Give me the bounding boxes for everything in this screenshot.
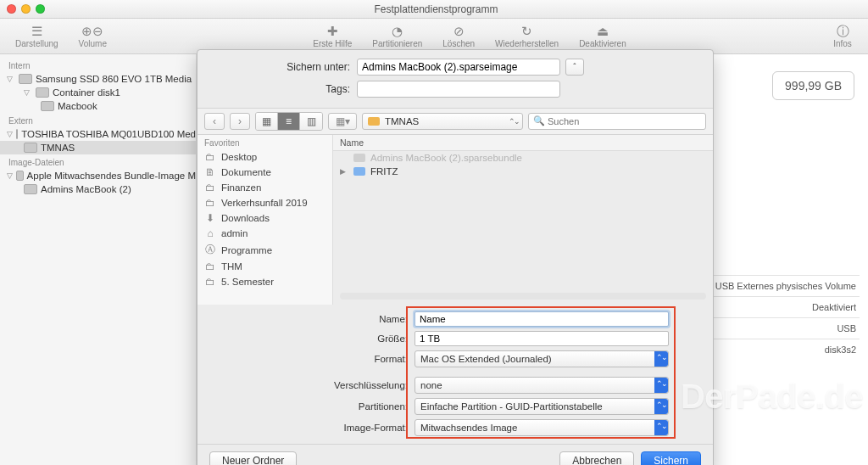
disclosure-icon[interactable]: ▽ xyxy=(7,171,13,180)
view-switcher: ▦ ≡ ▥ xyxy=(255,112,323,131)
dialog-footer: Neuer Ordner Abbrechen Sichern xyxy=(198,444,713,465)
disclosure-icon[interactable]: ▶ xyxy=(340,167,348,176)
imageformat-select[interactable]: Mitwachsendes Image xyxy=(415,419,669,436)
zoom-icon[interactable] xyxy=(36,4,45,14)
sidebar-item-toshiba[interactable]: ▽TOSHIBA TOSHIBA MQ01UBD100 Med xyxy=(0,127,196,141)
disk-icon xyxy=(24,143,37,153)
encryption-select[interactable]: none xyxy=(415,377,669,394)
erase-icon: ⊘ xyxy=(448,24,469,39)
apps-icon: Ⓐ xyxy=(204,243,216,257)
fav-thm[interactable]: 🗀THM xyxy=(198,259,332,274)
expand-button[interactable]: ˆ xyxy=(565,59,584,76)
toolbar-info[interactable]: ⓘInfos xyxy=(826,22,860,50)
encryption-label: Verschlüsselung: xyxy=(211,380,415,390)
name-label: Name: xyxy=(211,314,415,324)
capacity-badge: 999,99 GB xyxy=(772,71,854,100)
file-row-fritz[interactable]: ▶FRITZ xyxy=(333,165,713,178)
tags-label: Tags: xyxy=(211,83,357,95)
titlebar: Festplattendienstprogramm xyxy=(0,0,868,19)
fav-finanzen[interactable]: 🗀Finanzen xyxy=(198,180,332,195)
image-options-form: Name: Größe: Format:Mac OS Extended (Jou… xyxy=(198,305,713,444)
minimize-icon[interactable] xyxy=(21,4,31,14)
fav-documents[interactable]: 🗎Dokumente xyxy=(198,165,332,180)
window-title: Festplattendienstprogramm xyxy=(45,3,827,15)
disk-icon xyxy=(24,184,37,194)
disk-icon xyxy=(16,129,18,139)
close-icon[interactable] xyxy=(7,4,16,14)
sidebar-item-tmnas[interactable]: TMNAS xyxy=(0,141,196,154)
fav-admin[interactable]: ⌂admin xyxy=(198,226,332,241)
file-row-sparsebundle: Admins MacBook (2).sparsebundle xyxy=(333,151,713,165)
toolbar-partition[interactable]: ◔Partitionieren xyxy=(365,22,429,50)
folder-icon: 🗀 xyxy=(204,276,216,288)
sidebar-item-container[interactable]: ▽Container disk1 xyxy=(0,86,196,99)
name-input[interactable] xyxy=(415,311,669,327)
fav-verkehrsunfall[interactable]: 🗀Verkerhsunfall 2019 xyxy=(198,195,332,210)
volume-icon: ⊕⊖ xyxy=(82,24,103,39)
group-button[interactable]: ▦▾ xyxy=(328,113,357,130)
toolbar-volume[interactable]: ⊕⊖Volume xyxy=(72,22,114,50)
window-controls xyxy=(7,4,45,14)
fav-downloads[interactable]: ⬇Downloads xyxy=(198,210,332,226)
sidebar-item-samsung[interactable]: ▽Samsung SSD 860 EVO 1TB Media xyxy=(0,72,196,86)
browser-toolbar: ‹ › ▦ ≡ ▥ ▦▾ TMNAS xyxy=(198,108,713,135)
save-as-input[interactable] xyxy=(357,59,560,76)
disclosure-icon[interactable]: ▽ xyxy=(24,88,32,97)
icon-view[interactable]: ▦ xyxy=(256,113,278,130)
toolbar-erase[interactable]: ⊘Löschen xyxy=(436,22,481,50)
location-popup[interactable]: TMNAS xyxy=(362,113,523,130)
folder-icon xyxy=(353,167,365,176)
sidebar-header-intern: Intern xyxy=(0,58,196,72)
favorites-sidebar: Favoriten 🗀Desktop 🗎Dokumente 🗀Finanzen … xyxy=(198,135,333,305)
download-icon: ⬇ xyxy=(204,212,216,224)
toolbar-deactivate[interactable]: ⏏Deaktivieren xyxy=(572,22,633,50)
new-folder-button[interactable]: Neuer Ordner xyxy=(209,451,297,465)
home-icon: ⌂ xyxy=(204,227,216,239)
search-field xyxy=(528,113,706,130)
imageformat-label: Image-Format: xyxy=(211,423,415,433)
folder-icon: 🗀 xyxy=(204,197,216,209)
fav-5semester[interactable]: 🗀5. Semester xyxy=(198,274,332,289)
size-input[interactable] xyxy=(415,331,669,346)
info-status: Deaktiviert xyxy=(698,296,860,317)
file-list: Name Admins MacBook (2).sparsebundle ▶FR… xyxy=(333,135,713,305)
search-input[interactable] xyxy=(528,113,706,130)
disk-icon xyxy=(36,87,49,98)
forward-button[interactable]: › xyxy=(230,113,250,130)
back-button[interactable]: ‹ xyxy=(204,113,225,130)
sidebar-item-admins-macbook[interactable]: Admins MacBook (2) xyxy=(0,182,196,196)
info-device: disk3s2 xyxy=(698,339,860,360)
toolbar-firstaid[interactable]: ✚Erste Hilfe xyxy=(306,22,359,50)
disk-icon xyxy=(19,74,32,84)
toolbar-darstellung[interactable]: ☰Darstellung xyxy=(8,22,65,50)
firstaid-icon: ✚ xyxy=(322,24,342,39)
partitions-select[interactable]: Einfache Partition - GUID-Partitionstabe… xyxy=(415,398,669,415)
fav-desktop[interactable]: 🗀Desktop xyxy=(198,149,332,165)
eject-icon: ⏏ xyxy=(593,24,613,39)
column-view[interactable]: ▥ xyxy=(300,113,322,130)
folder-icon: 🗎 xyxy=(204,166,216,178)
list-view[interactable]: ≡ xyxy=(278,113,300,130)
partitions-label: Partitionen: xyxy=(211,401,415,412)
bundle-icon xyxy=(353,154,365,162)
folder-icon: 🗀 xyxy=(204,182,216,193)
cancel-button[interactable]: Abbrechen xyxy=(559,451,634,465)
folder-icon: 🗀 xyxy=(204,261,216,272)
disk-icon xyxy=(41,101,54,111)
size-label: Größe: xyxy=(211,333,415,344)
column-name[interactable]: Name xyxy=(333,135,713,151)
sidebar-item-apple-image[interactable]: ▽Apple Mitwachsendes Bundle-Image M xyxy=(0,169,196,182)
folder-icon: 🗀 xyxy=(204,151,216,163)
sidebar-item-macbook[interactable]: Macbook xyxy=(0,99,196,113)
toolbar-restore[interactable]: ↻Wiederherstellen xyxy=(488,22,565,50)
disclosure-icon[interactable]: ▽ xyxy=(7,130,13,138)
fav-programme[interactable]: ⒶProgramme xyxy=(198,241,332,259)
save-button[interactable]: Sichern xyxy=(641,451,701,465)
device-sidebar: Intern ▽Samsung SSD 860 EVO 1TB Media ▽C… xyxy=(0,54,197,465)
disclosure-icon[interactable]: ▽ xyxy=(7,75,15,83)
scrollbar[interactable] xyxy=(340,293,706,300)
format-select[interactable]: Mac OS Extended (Journaled) xyxy=(415,350,669,367)
info-icon: ⓘ xyxy=(832,24,853,39)
format-label: Format: xyxy=(211,354,415,364)
tags-input[interactable] xyxy=(357,81,560,98)
